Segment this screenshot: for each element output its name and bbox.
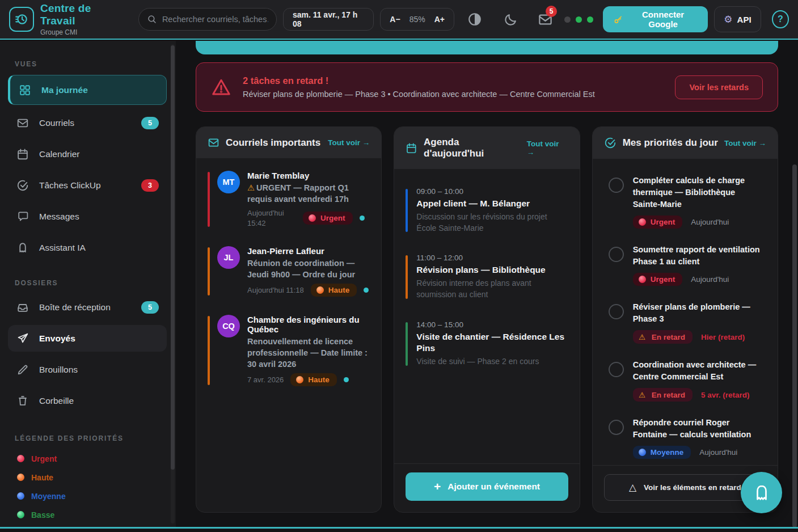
emails-card: Courriels importants Tout voir → MT Mari… bbox=[196, 126, 382, 513]
add-event-button[interactable]: + Ajouter un événement bbox=[406, 472, 568, 501]
warning-icon: ⚠ bbox=[639, 332, 645, 341]
email-item[interactable]: CQ Chambre des ingénieurs du Québec Reno… bbox=[208, 315, 370, 386]
overdue-alert-banner: 2 tâches en retard ! Réviser plans de pl… bbox=[196, 62, 778, 112]
event-title: Appel client — M. Bélanger bbox=[416, 198, 568, 209]
task-item[interactable]: Coordination avec architecte — Centre Co… bbox=[604, 359, 766, 402]
agenda-event[interactable]: 09:00 – 10:00 Appel client — M. Bélanger… bbox=[406, 187, 568, 234]
task-item[interactable]: Soumettre rapport de ventilation Phase 1… bbox=[604, 244, 766, 286]
sidebar-item-courriels[interactable]: Courriels 5 bbox=[8, 109, 167, 136]
search-input[interactable] bbox=[162, 15, 268, 24]
event-color-bar bbox=[406, 189, 408, 232]
task-item[interactable]: Compléter calculs de charge thermique — … bbox=[604, 175, 766, 229]
agenda-list: 09:00 – 10:00 Appel client — M. Bélanger… bbox=[394, 169, 579, 463]
avatar: JL bbox=[217, 246, 240, 269]
voir-retards-button[interactable]: Voir les retards bbox=[675, 75, 763, 99]
task-meta: ⚠En retard Hier (retard) bbox=[633, 330, 762, 344]
status-dot-green bbox=[576, 16, 582, 23]
dark-mode-toggle-button[interactable] bbox=[501, 9, 520, 29]
connect-google-button[interactable]: Connecter Google bbox=[603, 6, 708, 32]
agenda-card-header: Agenda d'aujourd'hui Tout voir → bbox=[394, 127, 579, 169]
task-content: Compléter calculs de charge thermique — … bbox=[633, 175, 762, 229]
courriels-count-badge: 5 bbox=[141, 117, 159, 129]
basse-dot-icon bbox=[17, 511, 24, 518]
email-meta: Aujourd'hui 11:18 Haute bbox=[247, 284, 370, 297]
datetime-display: sam. 11 avr., 17 h 08 bbox=[283, 8, 374, 31]
task-date: 5 avr. (retard) bbox=[701, 391, 750, 399]
search-bar[interactable] bbox=[138, 8, 277, 31]
help-question-icon: ? bbox=[778, 14, 783, 24]
task-item[interactable]: Répondre courriel Roger Fontaine — calcu… bbox=[604, 417, 766, 459]
task-title: Compléter calculs de charge thermique — … bbox=[633, 175, 762, 210]
sidebar-item-corbeille[interactable]: Corbeille bbox=[8, 387, 167, 414]
priorities-card-header: Mes priorités du jour Tout voir → bbox=[593, 127, 778, 159]
task-item[interactable]: Réviser plans de plomberie — Phase 3 ⚠En… bbox=[604, 301, 766, 344]
event-title: Visite de chantier — Résidence Les Pins bbox=[416, 331, 568, 354]
sidebar-item-messages[interactable]: Messages bbox=[8, 203, 167, 230]
assistant-fab-button[interactable] bbox=[741, 472, 782, 513]
email-item[interactable]: MT Marie Tremblay ⚠URGENT — Rapport Q1 r… bbox=[208, 171, 370, 228]
agenda-event[interactable]: 11:00 – 12:00 Révision plans — Bibliothè… bbox=[406, 254, 568, 300]
sidebar-item-calendrier[interactable]: Calendrier bbox=[8, 141, 167, 167]
legend-urgent: Urgent bbox=[8, 449, 167, 468]
contrast-toggle-button[interactable] bbox=[465, 9, 484, 29]
clock-logo-icon bbox=[14, 12, 29, 27]
task-title: Coordination avec architecte — Centre Co… bbox=[633, 359, 762, 383]
sidebar-item-envoyes[interactable]: Envoyés bbox=[8, 325, 167, 352]
mail-notifications-button[interactable]: 5 bbox=[535, 9, 555, 29]
priorities-see-all-link[interactable]: Tout voir → bbox=[724, 139, 766, 147]
sidebar-item-label: Envoyés bbox=[39, 333, 75, 344]
sidebar-item-brouillons[interactable]: Brouillons bbox=[8, 356, 167, 383]
envelope-icon bbox=[16, 117, 29, 129]
task-checkbox[interactable] bbox=[609, 304, 624, 319]
moyenne-dot-icon bbox=[639, 449, 646, 456]
email-meta: 7 avr. 2026 Haute bbox=[247, 373, 370, 386]
task-checkbox[interactable] bbox=[609, 178, 624, 193]
haute-dot-icon bbox=[296, 376, 303, 383]
sidebar-section-legende: LÉGENDE DES PRIORITÉS bbox=[15, 434, 167, 442]
legend-label: Moyenne bbox=[31, 492, 66, 501]
warning-icon: ⚠ bbox=[639, 390, 645, 399]
email-subject: ⚠URGENT — Rapport Q1 requis avant vendre… bbox=[247, 182, 370, 205]
event-color-bar bbox=[406, 255, 408, 298]
agenda-event[interactable]: 14:00 – 15:00 Visite de chantier — Résid… bbox=[406, 320, 568, 368]
task-checkbox[interactable] bbox=[609, 420, 624, 435]
legend-label: Basse bbox=[31, 510, 54, 520]
main-scrollbar-thumb[interactable] bbox=[792, 164, 797, 527]
agenda-see-all-link[interactable]: Tout voir → bbox=[527, 140, 568, 157]
email-item[interactable]: JL Jean-Pierre Lafleur Réunion de coordi… bbox=[208, 246, 370, 297]
event-color-bar bbox=[406, 322, 408, 366]
task-checkbox[interactable] bbox=[609, 247, 624, 262]
task-checkbox[interactable] bbox=[609, 362, 624, 377]
task-content: Répondre courriel Roger Fontaine — calcu… bbox=[633, 417, 762, 459]
alert-text-block: 2 tâches en retard ! Réviser plans de pl… bbox=[243, 75, 595, 99]
sidebar-item-boite-reception[interactable]: Boîte de réception 5 bbox=[8, 294, 167, 320]
task-date: Hier (retard) bbox=[701, 333, 745, 341]
warning-triangle-icon bbox=[211, 77, 231, 98]
emails-see-all-link[interactable]: Tout voir → bbox=[328, 138, 370, 147]
key-icon bbox=[613, 14, 623, 25]
sidebar-item-taches-clickup[interactable]: Tâches ClickUp 3 bbox=[8, 172, 167, 199]
priorities-card: Mes priorités du jour Tout voir → Complé… bbox=[592, 126, 778, 513]
task-meta: Urgent Aujourd'hui bbox=[633, 273, 762, 286]
sidebar-item-assistant-ia[interactable]: Assistant IA bbox=[8, 234, 167, 261]
email-date: Aujourd'hui 15:42 bbox=[247, 208, 296, 228]
priority-bar bbox=[208, 316, 210, 385]
card-title: Agenda d'aujourd'hui bbox=[424, 137, 521, 159]
sidebar-scrollbar-thumb[interactable] bbox=[171, 45, 175, 470]
font-increase-button[interactable]: A+ bbox=[434, 15, 445, 24]
taches-count-badge: 3 bbox=[141, 179, 159, 192]
help-button[interactable]: ? bbox=[772, 10, 789, 28]
priority-badge: Urgent bbox=[633, 216, 683, 229]
event-description: Discussion sur les révisions du projet É… bbox=[416, 212, 568, 234]
envelope-icon bbox=[208, 137, 219, 149]
sidebar: VUES Ma journée Courriels 5 Calendrier bbox=[0, 41, 176, 527]
brand-block: Centre de Travail Groupe CMI bbox=[40, 2, 124, 36]
font-decrease-button[interactable]: A− bbox=[390, 15, 400, 24]
sidebar-item-ma-journee[interactable]: Ma journée bbox=[8, 75, 167, 105]
hero-banner-partial bbox=[196, 41, 778, 54]
avatar: CQ bbox=[217, 315, 240, 337]
gear-icon: ⚙ bbox=[724, 14, 732, 26]
haute-dot-icon bbox=[17, 474, 24, 481]
event-time: 11:00 – 12:00 bbox=[416, 254, 568, 262]
api-button[interactable]: ⚙ API bbox=[714, 6, 761, 32]
